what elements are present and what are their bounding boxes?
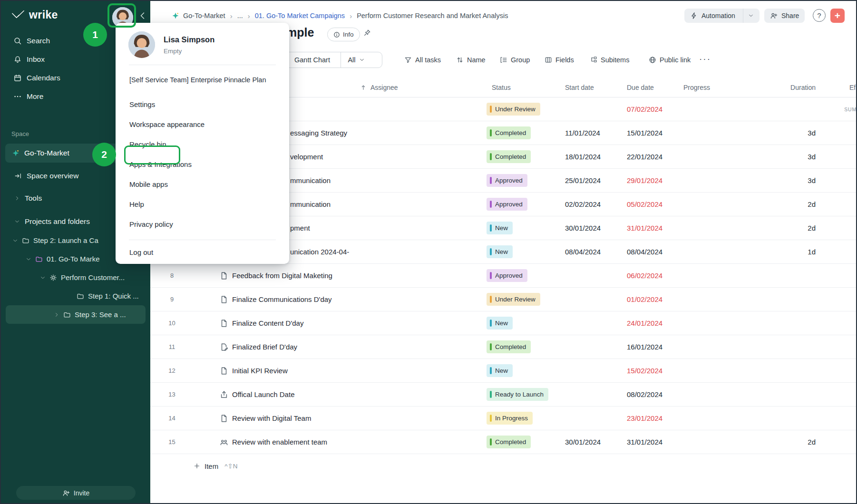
progress-cell[interactable] (679, 216, 740, 240)
breadcrumb-item-space[interactable]: Go-To-Market (172, 12, 225, 19)
status-cell[interactable]: Completed (484, 430, 560, 454)
toolbar-group-button[interactable]: Group (500, 52, 530, 68)
header-start-date[interactable]: Start date (560, 78, 622, 97)
assignee-cell[interactable] (355, 264, 484, 287)
assignee-cell[interactable] (355, 311, 484, 335)
start-date-cell[interactable]: 25/01/2024 (560, 169, 622, 192)
status-cell[interactable]: Under Review (484, 97, 560, 121)
toolbar-subitems-button[interactable]: Subitems (590, 52, 629, 68)
header-duration[interactable]: Duration (740, 78, 821, 97)
header-assignee[interactable]: Assignee (355, 78, 484, 97)
automation-button[interactable]: Automation (684, 9, 760, 23)
due-date-cell[interactable]: 15/01/2024 (622, 121, 679, 145)
duration-cell[interactable]: 3d (740, 169, 821, 192)
progress-cell[interactable] (679, 121, 740, 145)
effort-cell[interactable] (821, 121, 857, 145)
chevron-down-icon[interactable] (748, 13, 754, 19)
header-status[interactable]: Status (484, 78, 560, 97)
due-date-cell[interactable]: 08/02/2024 (622, 383, 679, 406)
sort-arrow-icon[interactable] (360, 84, 367, 91)
task-name-cell[interactable]: Feedback from Digital Maketing (194, 264, 355, 287)
toolbar-more-button[interactable]: ··· (699, 51, 711, 67)
task-name-cell[interactable]: Offical Launch Date (194, 383, 355, 406)
duration-cell[interactable]: 1d (740, 240, 821, 263)
tree-chevron-icon[interactable] (54, 312, 59, 318)
toolbar-name-button[interactable]: Name (456, 52, 486, 68)
info-button[interactable]: Info (327, 28, 360, 41)
due-date-cell[interactable]: 24/01/2024 (622, 311, 679, 335)
menu-item-privacy-policy[interactable]: Privacy policy (116, 214, 289, 234)
status-cell[interactable]: New (484, 216, 560, 240)
task-name-cell[interactable]: Review with enablement team (194, 430, 355, 454)
due-date-cell[interactable]: 31/01/2024 (622, 216, 679, 240)
help-button[interactable]: ? (813, 9, 826, 22)
assignee-cell[interactable] (355, 383, 484, 406)
breadcrumb-item-campaigns[interactable]: 01. Go-To Market Campaigns (255, 12, 345, 19)
menu-item-recycle-bin[interactable]: Recycle bin (116, 134, 289, 154)
assignee-cell[interactable] (355, 288, 484, 311)
sidebar-tree-item-step-1-quick[interactable]: Step 1: Quick ... (1, 287, 150, 305)
progress-cell[interactable] (679, 335, 740, 359)
header-due-date[interactable]: Due date (622, 78, 679, 97)
progress-cell[interactable] (679, 240, 740, 263)
effort-cell[interactable] (821, 311, 857, 335)
effort-cell[interactable] (821, 407, 857, 430)
duration-cell[interactable] (740, 311, 821, 335)
status-cell[interactable]: Completed (484, 121, 560, 145)
tree-chevron-icon[interactable] (26, 256, 31, 262)
task-name-cell[interactable]: Initial KPI Review (194, 359, 355, 382)
due-date-cell[interactable]: 22/01/2024 (622, 145, 679, 168)
progress-cell[interactable] (679, 145, 740, 168)
start-date-cell[interactable]: 11/01/2024 (560, 121, 622, 145)
add-item-row[interactable]: Item ^⇧N (150, 454, 857, 478)
progress-cell[interactable] (679, 288, 740, 311)
status-cell[interactable]: Approved (484, 169, 560, 192)
start-date-cell[interactable]: 30/01/2024 (560, 216, 622, 240)
view-filter-dropdown[interactable]: All (341, 52, 371, 68)
status-cell[interactable]: Under Review (484, 288, 560, 311)
due-date-cell[interactable]: 29/01/2024 (622, 169, 679, 192)
sidebar-tree-item-perform-customer[interactable]: Perform Customer... (1, 268, 150, 287)
table-row[interactable]: 10 Finalize Content D'day New 24/01/2024 (150, 311, 857, 335)
duration-cell[interactable]: 3d (740, 121, 821, 145)
task-name-cell[interactable]: Review with Digital Team (194, 407, 355, 430)
header-progress[interactable]: Progress (679, 78, 740, 97)
duration-cell[interactable] (740, 97, 821, 121)
assignee-cell[interactable] (355, 97, 484, 121)
start-date-cell[interactable]: 30/01/2024 (560, 430, 622, 454)
duration-cell[interactable] (740, 288, 821, 311)
start-date-cell[interactable] (560, 335, 622, 359)
view-gantt-chart[interactable]: Gantt Chart (294, 56, 330, 64)
due-date-cell[interactable]: 06/02/2024 (622, 264, 679, 287)
table-row[interactable]: 14 Review with Digital Team In Progress … (150, 407, 857, 430)
assignee-cell[interactable] (355, 240, 484, 263)
status-cell[interactable]: Ready to Launch (484, 383, 560, 406)
assignee-cell[interactable] (355, 430, 484, 454)
due-date-cell[interactable]: 23/01/2024 (622, 407, 679, 430)
effort-cell[interactable] (821, 145, 857, 168)
effort-cell[interactable] (821, 169, 857, 192)
assignee-cell[interactable] (355, 145, 484, 168)
create-new-button[interactable]: + (830, 9, 845, 23)
effort-cell[interactable] (821, 430, 857, 454)
effort-cell[interactable]: SUM (821, 97, 857, 121)
start-date-cell[interactable] (560, 264, 622, 287)
status-cell[interactable]: New (484, 240, 560, 263)
start-date-cell[interactable] (560, 407, 622, 430)
duration-cell[interactable]: 2d (740, 193, 821, 216)
due-date-cell[interactable]: 08/04/2024 (622, 240, 679, 263)
breadcrumb-item-current[interactable]: Perform Customer Research and Market Ana… (357, 12, 508, 19)
menu-item-help[interactable]: Help (116, 194, 289, 214)
progress-cell[interactable] (679, 169, 740, 192)
toolbar-fields-button[interactable]: Fields (545, 52, 574, 68)
menu-item-mobile-apps[interactable]: Mobile apps (116, 174, 289, 194)
status-cell[interactable]: Completed (484, 145, 560, 168)
duration-cell[interactable] (740, 264, 821, 287)
duration-cell[interactable]: 2d (740, 430, 821, 454)
user-status[interactable]: Empty (164, 48, 214, 55)
sidebar-tree-item-step-3-see-a[interactable]: Step 3: See a ... (6, 305, 146, 324)
pin-icon[interactable] (363, 29, 371, 37)
effort-cell[interactable] (821, 335, 857, 359)
assignee-cell[interactable] (355, 193, 484, 216)
effort-cell[interactable] (821, 288, 857, 311)
